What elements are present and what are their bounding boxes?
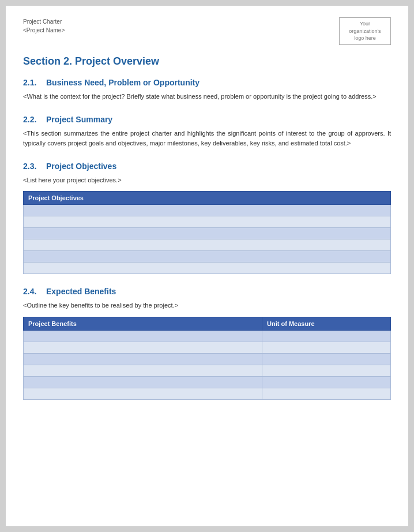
subsection-2-4-label: Expected Benefits [46,287,116,296]
subsection-2-2-number: 2.2. [23,115,40,124]
benefits-table: Project Benefits Unit of Measure [23,317,391,400]
subsection-2-3-intro: <List here your project objectives.> [23,175,391,186]
subsection-2-3: 2.3. Project Objectives <List here your … [23,162,391,275]
table-row [24,342,391,353]
subsection-2-3-title: 2.3. Project Objectives [23,162,391,171]
subsection-2-1-number: 2.1. [23,78,40,87]
subsection-2-3-label: Project Objectives [46,162,116,171]
objectives-table-header-row: Project Objectives [24,192,391,205]
table-row [24,330,391,342]
subsection-2-2: 2.2. Project Summary <This section summa… [23,115,391,149]
table-row [24,205,391,216]
table-row [24,239,391,251]
table-row [24,228,391,239]
subsection-2-2-body: <This section summarizes the entire proj… [23,129,391,149]
subsection-2-1: 2.1. Business Need, Problem or Opportuni… [23,78,391,102]
table-row [24,365,391,376]
section-main-title: Section 2. Project Overview [23,55,391,68]
table-row [24,263,391,274]
logo-placeholder: Your organization's logo here [339,17,391,45]
benefits-col1-header: Project Benefits [24,317,262,330]
benefits-table-header-row: Project Benefits Unit of Measure [24,317,391,330]
subsection-2-2-label: Project Summary [46,115,112,124]
table-row [24,376,391,388]
subsection-2-4: 2.4. Expected Benefits <Outline the key … [23,287,391,400]
benefits-col2-header: Unit of Measure [262,317,391,330]
table-row [24,216,391,228]
objectives-table: Project Objectives [23,191,391,274]
subsection-2-4-number: 2.4. [23,287,40,296]
project-name: <Project Name> [23,26,65,35]
table-row [24,388,391,399]
subsection-2-1-label: Business Need, Problem or Opportunity [46,78,200,87]
table-row [24,353,391,365]
subsection-2-4-title: 2.4. Expected Benefits [23,287,391,296]
subsection-2-2-title: 2.2. Project Summary [23,115,391,124]
document-page: Project Charter <Project Name> Your orga… [6,6,408,526]
subsection-2-1-title: 2.1. Business Need, Problem or Opportuni… [23,78,391,87]
subsection-2-4-intro: <Outline the key benefits to be realised… [23,301,391,311]
table-row [24,251,391,263]
page-header: Project Charter <Project Name> Your orga… [23,17,391,45]
doc-title: Project Charter [23,17,65,26]
subsection-2-3-number: 2.3. [23,162,40,171]
subsection-2-1-body: <What is the context for the project? Br… [23,92,391,102]
doc-title-block: Project Charter <Project Name> [23,17,65,35]
objectives-table-header: Project Objectives [24,192,391,205]
